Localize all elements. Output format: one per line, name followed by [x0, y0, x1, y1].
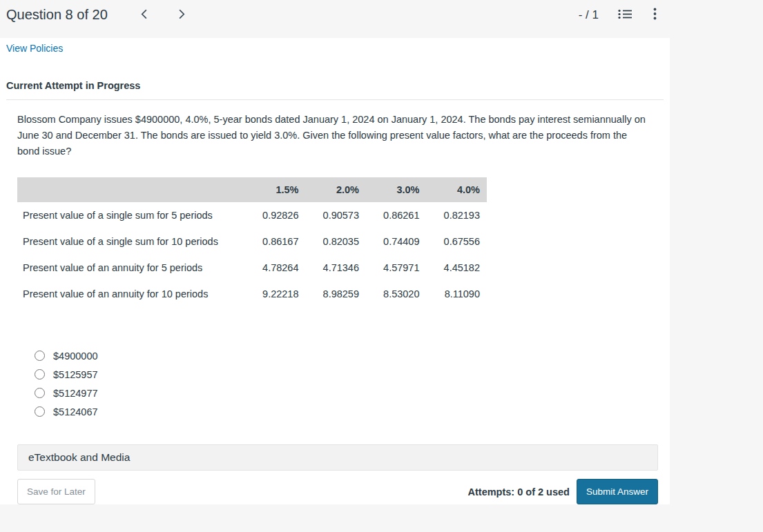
answer-option[interactable]: $5124977	[35, 384, 652, 402]
etextbook-label: eTextbook and Media	[28, 451, 130, 464]
question-list-button[interactable]	[617, 7, 634, 23]
table-cell: 8.53020	[366, 281, 427, 307]
footer-right: Attempts: 0 of 2 used Submit Answer	[468, 479, 658, 504]
table-cell: 0.86167	[245, 228, 306, 255]
kebab-menu-icon	[653, 8, 657, 22]
attempt-heading: Current Attempt in Progress	[6, 80, 670, 91]
question-text: Blossom Company issues $4900000, 4.0%, 5…	[17, 112, 652, 159]
table-cell: 8.98259	[306, 281, 367, 307]
radio-icon[interactable]	[35, 388, 45, 398]
view-policies-link[interactable]: View Policies	[6, 43, 63, 54]
attempts-counter: Attempts: 0 of 2 used	[468, 486, 570, 497]
chevron-left-icon	[139, 8, 150, 22]
answer-option[interactable]: $4900000	[35, 346, 652, 365]
chevron-right-icon	[176, 8, 186, 22]
question-footer: Save for Later Attempts: 0 of 2 used Sub…	[17, 479, 658, 504]
table-cell: 0.92826	[245, 202, 306, 228]
table-cell: 0.74409	[366, 228, 427, 255]
option-label: $5124067	[53, 406, 98, 417]
table-cell: 9.22218	[245, 281, 306, 307]
radio-icon[interactable]	[35, 406, 45, 417]
next-question-button[interactable]	[171, 6, 192, 25]
column-header: 3.0%	[366, 177, 427, 202]
table-row: Present value of a single sum for 5 peri…	[17, 202, 487, 228]
radio-icon[interactable]	[35, 369, 45, 380]
score-indicator: - / 1	[579, 8, 599, 22]
table-cell: 4.71346	[306, 255, 367, 281]
submit-answer-button[interactable]: Submit Answer	[577, 479, 658, 504]
question-title: Question 8 of 20	[6, 7, 108, 23]
column-header: 2.0%	[306, 177, 367, 202]
more-options-button[interactable]	[652, 6, 658, 23]
row-label: Present value of a single sum for 10 per…	[17, 228, 245, 255]
table-cell: 0.86261	[366, 202, 427, 228]
table-cell: 0.90573	[306, 202, 367, 228]
header-left: Question 8 of 20	[6, 6, 192, 25]
column-header: 4.0%	[427, 177, 487, 202]
answer-option[interactable]: $5125957	[35, 365, 652, 384]
table-cell: 4.78264	[245, 255, 306, 281]
row-label: Present value of a single sum for 5 peri…	[17, 202, 245, 228]
table-cell: 0.67556	[427, 228, 487, 255]
table-row: Present value of an annuity for 10 perio…	[17, 281, 487, 307]
question-header: Question 8 of 20 - / 1	[0, 0, 763, 38]
answer-options: $4900000 $5125957 $5124977 $5124067	[35, 346, 652, 421]
table-cell: 4.57971	[366, 255, 427, 281]
row-label: Present value of an annuity for 5 period…	[17, 255, 245, 281]
question-list-icon	[618, 8, 632, 22]
option-label: $5124977	[53, 388, 98, 399]
question-area: Blossom Company issues $4900000, 4.0%, 5…	[6, 99, 664, 504]
prev-question-button[interactable]	[134, 6, 155, 25]
radio-icon[interactable]	[35, 351, 45, 361]
table-cell: 0.82035	[306, 228, 367, 255]
table-cell: 4.45182	[427, 255, 487, 281]
option-label: $5125957	[53, 369, 98, 380]
table-row: Present value of an annuity for 5 period…	[17, 255, 487, 281]
table-row: Present value of a single sum for 10 per…	[17, 228, 487, 255]
etextbook-section[interactable]: eTextbook and Media	[17, 444, 658, 471]
pv-factors-table: 1.5% 2.0% 3.0% 4.0% Present value of a s…	[17, 177, 487, 307]
header-right: - / 1	[579, 6, 658, 23]
table-cell: 0.82193	[427, 202, 487, 228]
option-label: $4900000	[53, 351, 98, 362]
column-header: 1.5%	[245, 177, 306, 202]
answer-option[interactable]: $5124067	[35, 402, 652, 421]
table-header-row: 1.5% 2.0% 3.0% 4.0%	[17, 177, 487, 202]
row-label: Present value of an annuity for 10 perio…	[17, 281, 245, 307]
save-for-later-button[interactable]: Save for Later	[17, 479, 95, 504]
content-panel: View Policies Current Attempt in Progres…	[0, 38, 670, 504]
empty-header-cell	[17, 177, 245, 202]
table-cell: 8.11090	[427, 281, 487, 307]
